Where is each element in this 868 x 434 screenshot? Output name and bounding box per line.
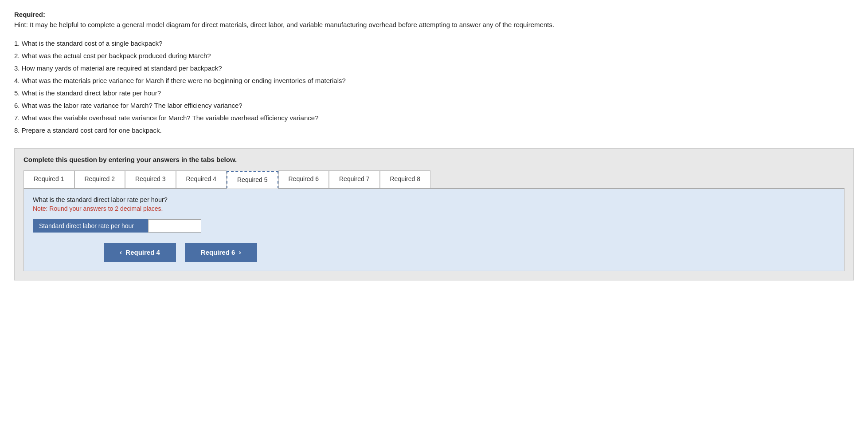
prev-button[interactable]: ‹ Required 4 [104, 243, 176, 262]
tab-req5[interactable]: Required 5 [227, 171, 278, 189]
input-row: Standard direct labor rate per hour [33, 219, 835, 233]
next-button-label: Required 6 [201, 249, 235, 256]
question-item: 8. Prepare a standard cost card for one … [14, 125, 854, 136]
tab-req8[interactable]: Required 8 [380, 170, 431, 188]
tab-req2[interactable]: Required 2 [74, 170, 125, 188]
labor-rate-input[interactable] [148, 219, 201, 233]
question-item: 4. What was the materials price variance… [14, 75, 854, 86]
prev-button-label: Required 4 [125, 249, 160, 256]
tab-req6[interactable]: Required 6 [278, 170, 329, 188]
question-item: 1. What is the standard cost of a single… [14, 38, 854, 49]
tab-req4[interactable]: Required 4 [176, 170, 227, 188]
question-item: 2. What was the actual cost per backpack… [14, 51, 854, 61]
complete-box: Complete this question by entering your … [14, 148, 854, 280]
tab-req1[interactable]: Required 1 [23, 170, 74, 188]
nav-buttons: ‹ Required 4 Required 6 › [104, 243, 835, 262]
question-item: 5. What is the standard direct labor rat… [14, 88, 854, 99]
next-button[interactable]: Required 6 › [185, 243, 257, 262]
tab-content-question: What is the standard direct labor rate p… [33, 196, 835, 203]
prev-arrow-icon: ‹ [120, 249, 122, 256]
tab-req3[interactable]: Required 3 [125, 170, 176, 188]
next-arrow-icon: › [239, 249, 241, 256]
question-item: 7. What was the variable overhead rate v… [14, 113, 854, 123]
input-label: Standard direct labor rate per hour [33, 219, 148, 233]
complete-box-title: Complete this question by entering your … [23, 156, 845, 163]
tabs-container: Required 1Required 2Required 3Required 4… [23, 170, 845, 189]
question-item: 6. What was the labor rate variance for … [14, 100, 854, 111]
tab-content-note: Note: Round your answers to 2 decimal pl… [33, 205, 835, 212]
tab-content-area: What is the standard direct labor rate p… [23, 189, 845, 271]
required-heading: Required: [14, 11, 854, 18]
tab-req7[interactable]: Required 7 [329, 170, 380, 188]
questions-list: 1. What is the standard cost of a single… [14, 38, 854, 136]
hint-text: Hint: It may be helpful to complete a ge… [14, 20, 854, 30]
question-item: 3. How many yards of material are requir… [14, 63, 854, 74]
